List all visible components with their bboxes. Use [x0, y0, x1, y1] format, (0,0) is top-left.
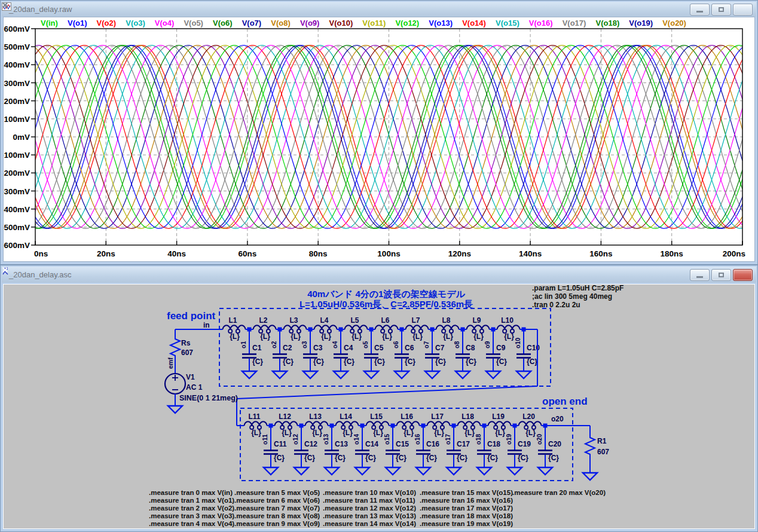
inductor-value[interactable]: {L}: [251, 429, 261, 437]
inductor-value[interactable]: {L}: [434, 429, 444, 437]
inductor-name[interactable]: L16: [401, 412, 413, 421]
measure-directive[interactable]: .measure tran 7 max V(o7): [234, 505, 320, 512]
node-label[interactable]: o10: [514, 338, 521, 348]
inductor-symbol[interactable]: [406, 325, 429, 329]
measure-directive[interactable]: .measure tran 1 max V(o1): [149, 497, 234, 504]
node-label[interactable]: o7: [423, 341, 430, 348]
inductor-value[interactable]: {L}: [412, 332, 423, 341]
capacitor-name[interactable]: C19: [518, 440, 531, 448]
inductor-value[interactable]: {L}: [343, 429, 353, 437]
inductor-symbol[interactable]: [366, 421, 389, 426]
ground-symbol[interactable]: [294, 467, 308, 475]
node-label[interactable]: o6: [392, 341, 399, 348]
r1-value[interactable]: 607: [597, 448, 609, 456]
inductor-value[interactable]: {L}: [282, 429, 292, 437]
ground-symbol[interactable]: [456, 371, 470, 378]
waveform-pane[interactable]: V(in)V(o1)V(o2)V(o3)V(o4)V(o5)V(o6)V(o7)…: [3, 17, 755, 262]
measure-directive[interactable]: .measure tran 13 max V(o13): [323, 512, 416, 519]
inductor-symbol[interactable]: [397, 421, 420, 426]
inductor-value[interactable]: {L}: [464, 429, 475, 437]
inductor-name[interactable]: L14: [340, 412, 352, 421]
inductor-name[interactable]: L5: [350, 316, 359, 325]
rs-value[interactable]: 607: [181, 348, 193, 357]
open-end-label[interactable]: open end: [542, 396, 588, 407]
rs-name[interactable]: Rs: [181, 339, 191, 347]
spice-directive[interactable]: ;ac lin 300 5meg 40meg: [532, 292, 612, 301]
node-label[interactable]: o16: [414, 434, 421, 445]
schematic-titlebar[interactable]: _20dan_delay.asc: [2, 267, 756, 283]
measure-directive[interactable]: .measure tran 2 max V(o2): [149, 505, 234, 512]
capacitor-name[interactable]: C11: [274, 440, 287, 448]
capacitor-value[interactable]: {C}: [518, 454, 528, 462]
in-node-label[interactable]: in: [203, 321, 210, 329]
ground-symbol[interactable]: [303, 371, 317, 378]
inductor-value[interactable]: {L}: [352, 332, 362, 341]
node-label[interactable]: o14: [353, 434, 360, 445]
inductor-value[interactable]: {L}: [291, 332, 301, 341]
inductor-name[interactable]: L15: [370, 412, 383, 421]
capacitor-name[interactable]: C15: [396, 440, 409, 448]
inductor-value[interactable]: {L}: [443, 332, 453, 341]
inductor-symbol[interactable]: [488, 421, 511, 426]
inductor-symbol[interactable]: [314, 325, 337, 329]
measure-directive[interactable]: .measure tran 11 max V(o11): [323, 497, 415, 504]
spice-directive[interactable]: .param L=1.05uH C=2.85pF: [532, 285, 623, 292]
ground-symbol[interactable]: [395, 371, 409, 378]
capacitor-value[interactable]: {C}: [457, 454, 467, 462]
capacitor-name[interactable]: C8: [466, 344, 475, 352]
capacitor-value[interactable]: {C}: [335, 454, 346, 462]
inductor-value[interactable]: {L}: [495, 429, 505, 437]
ground-symbol[interactable]: [516, 371, 531, 378]
capacitor-name[interactable]: C13: [335, 440, 348, 448]
emf-node-label[interactable]: emf: [167, 357, 174, 369]
capacitor-value[interactable]: {C}: [344, 357, 354, 366]
capacitor-value[interactable]: {C}: [426, 454, 437, 462]
minimize-button[interactable]: [690, 269, 710, 281]
inductor-name[interactable]: L13: [309, 412, 322, 421]
inductor-symbol[interactable]: [305, 421, 328, 426]
resistor-symbol[interactable]: [585, 436, 595, 456]
inductor-value[interactable]: {L}: [230, 332, 240, 341]
restore-button[interactable]: [711, 269, 731, 281]
capacitor-value[interactable]: {C}: [435, 357, 446, 366]
capacitor-name[interactable]: C14: [365, 440, 378, 448]
inductor-symbol[interactable]: [336, 421, 359, 426]
ground-symbol[interactable]: [583, 473, 597, 480]
inductor-name[interactable]: L19: [492, 412, 505, 421]
inductor-name[interactable]: L18: [461, 412, 474, 421]
capacitor-name[interactable]: C18: [487, 440, 500, 448]
inductor-name[interactable]: L7: [411, 316, 420, 325]
schematic-title-values[interactable]: L=1.05uH/0.536m長、C=2.85PF/0.536m長: [299, 299, 473, 309]
measure-directive[interactable]: .measure tran 20 max V(o20): [512, 489, 606, 496]
inductor-name[interactable]: L2: [259, 316, 267, 325]
measure-directive[interactable]: .measure tran 5 max V(o5): [234, 489, 320, 496]
node-label[interactable]: o8: [453, 341, 460, 348]
inductor-value[interactable]: {L}: [504, 332, 514, 341]
v1-sine[interactable]: SINE(0 1 21meg): [179, 394, 238, 402]
measure-directive[interactable]: .measure tran 12 max V(o12): [323, 505, 416, 512]
inductor-symbol[interactable]: [244, 421, 267, 426]
measure-directive[interactable]: .measure tran 17 max V(o17): [420, 505, 513, 512]
capacitor-name[interactable]: C12: [304, 440, 317, 448]
inductor-symbol[interactable]: [436, 325, 459, 329]
inductor-name[interactable]: L11: [248, 412, 260, 421]
inductor-symbol[interactable]: [458, 421, 481, 426]
measure-directive[interactable]: .measure tran 14 max V(o14): [323, 520, 416, 527]
capacitor-name[interactable]: C17: [457, 440, 470, 448]
node-label[interactable]: o2: [270, 341, 277, 348]
inductor-symbol[interactable]: [375, 325, 398, 329]
inductor-value[interactable]: {L}: [473, 332, 484, 341]
capacitor-name[interactable]: C7: [435, 344, 445, 352]
inductor-value[interactable]: {L}: [404, 429, 414, 437]
node-label[interactable]: o4: [331, 341, 338, 348]
capacitor-name[interactable]: C2: [283, 344, 292, 352]
ground-symbol[interactable]: [386, 467, 400, 475]
capacitor-value[interactable]: {C}: [496, 357, 507, 366]
measure-directive[interactable]: .measure tran 15 max V(o15): [420, 489, 513, 496]
node-label[interactable]: o11: [261, 434, 268, 445]
capacitor-name[interactable]: C6: [405, 344, 414, 352]
capacitor-name[interactable]: C16: [426, 440, 439, 448]
node-label[interactable]: o1: [240, 341, 247, 348]
capacitor-value[interactable]: {C}: [304, 454, 315, 462]
capacitor-value[interactable]: {C}: [548, 454, 559, 462]
